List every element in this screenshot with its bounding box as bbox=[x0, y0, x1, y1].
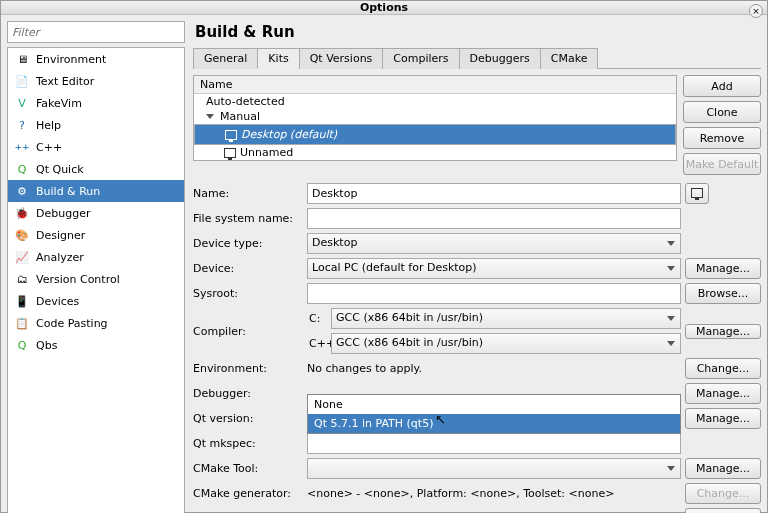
options-window: Options × 🖥Environment 📄Text Editor VFak… bbox=[0, 0, 768, 513]
cmaketool-label: CMake Tool: bbox=[193, 462, 303, 475]
qt-icon: Q bbox=[14, 161, 30, 177]
tree-kit-desktop[interactable]: Desktop (default) bbox=[194, 124, 676, 145]
tab-debuggers[interactable]: Debuggers bbox=[459, 48, 541, 69]
analyzer-icon: 📈 bbox=[14, 249, 30, 265]
cpp-icon: ++ bbox=[14, 139, 30, 155]
cmakegen-value: <none> - <none>, Platform: <none>, Tools… bbox=[307, 487, 681, 500]
vcs-icon: 🗂 bbox=[14, 271, 30, 287]
monitor-icon bbox=[224, 148, 236, 158]
name-icon-button[interactable] bbox=[685, 183, 709, 204]
kits-tree[interactable]: Name Auto-detected Manual Desktop (defau… bbox=[193, 75, 677, 161]
make-default-button[interactable]: Make Default bbox=[683, 153, 761, 175]
tree-kit-unnamed[interactable]: Unnamed bbox=[194, 145, 676, 160]
qtversion-option-selected[interactable]: Qt 5.7.1 in PATH (qt5) bbox=[308, 414, 680, 433]
main-panel: Build & Run General Kits Qt Versions Com… bbox=[193, 21, 761, 513]
compiler-label: Compiler: bbox=[193, 325, 303, 338]
help-icon: ? bbox=[14, 117, 30, 133]
device-label: Device: bbox=[193, 262, 303, 275]
tree-header: Name bbox=[194, 76, 676, 94]
tab-cmake[interactable]: CMake bbox=[540, 48, 599, 69]
sysroot-browse-button[interactable]: Browse... bbox=[685, 283, 761, 304]
tree-manual[interactable]: Manual bbox=[194, 109, 676, 124]
cat-help[interactable]: ?Help bbox=[8, 114, 184, 136]
gear-icon: ⚙ bbox=[14, 183, 30, 199]
bug-icon: 🐞 bbox=[14, 205, 30, 221]
tabbar: General Kits Qt Versions Compilers Debug… bbox=[193, 47, 761, 69]
kit-form: Name: File system name: Device type: Des… bbox=[193, 183, 761, 513]
name-input[interactable] bbox=[307, 183, 681, 204]
page-heading: Build & Run bbox=[193, 21, 761, 47]
cmakegen-label: CMake generator: bbox=[193, 487, 303, 500]
compiler-manage-button[interactable]: Manage... bbox=[685, 324, 761, 339]
name-label: Name: bbox=[193, 187, 303, 200]
sysroot-label: Sysroot: bbox=[193, 287, 303, 300]
cat-code-pasting[interactable]: 📋Code Pasting bbox=[8, 312, 184, 334]
cat-cpp[interactable]: ++C++ bbox=[8, 136, 184, 158]
cat-analyzer[interactable]: 📈Analyzer bbox=[8, 246, 184, 268]
compiler-c-label: C: bbox=[307, 312, 327, 325]
compiler-c-select[interactable]: GCC (x86 64bit in /usr/bin) bbox=[331, 308, 681, 329]
cat-text-editor[interactable]: 📄Text Editor bbox=[8, 70, 184, 92]
add-button[interactable]: Add bbox=[683, 75, 761, 97]
qtversion-label: Qt version: bbox=[193, 412, 303, 425]
paste-icon: 📋 bbox=[14, 315, 30, 331]
window-title: Options bbox=[360, 1, 408, 14]
env-label: Environment: bbox=[193, 362, 303, 375]
cat-qbs[interactable]: QQbs bbox=[8, 334, 184, 356]
cmaketool-manage-button[interactable]: Manage... bbox=[685, 458, 761, 479]
monitor-icon: 🖥 bbox=[14, 51, 30, 67]
vim-icon: V bbox=[14, 95, 30, 111]
tab-general[interactable]: General bbox=[193, 48, 258, 69]
debugger-manage-button[interactable]: Manage... bbox=[685, 383, 761, 404]
compiler-cxx-select[interactable]: GCC (x86 64bit in /usr/bin) bbox=[331, 333, 681, 354]
cat-qtquick[interactable]: QQt Quick bbox=[8, 158, 184, 180]
fsname-input[interactable] bbox=[307, 208, 681, 229]
tab-compilers[interactable]: Compilers bbox=[382, 48, 459, 69]
designer-icon: 🎨 bbox=[14, 227, 30, 243]
tab-kits[interactable]: Kits bbox=[257, 48, 299, 69]
category-list: 🖥Environment 📄Text Editor VFakeVim ?Help… bbox=[7, 47, 185, 513]
cmakegen-change-button[interactable]: Change... bbox=[685, 483, 761, 504]
fsname-label: File system name: bbox=[193, 212, 303, 225]
tab-qt-versions[interactable]: Qt Versions bbox=[299, 48, 384, 69]
filter-input[interactable] bbox=[7, 21, 185, 43]
cat-build-run[interactable]: ⚙Build & Run bbox=[8, 180, 184, 202]
cat-environment[interactable]: 🖥Environment bbox=[8, 48, 184, 70]
remove-button[interactable]: Remove bbox=[683, 127, 761, 149]
compiler-cxx-label: C++: bbox=[307, 337, 327, 350]
cmaketool-select[interactable] bbox=[307, 458, 681, 479]
cat-devices[interactable]: 📱Devices bbox=[8, 290, 184, 312]
expand-icon bbox=[206, 114, 214, 119]
qbs-icon: Q bbox=[14, 337, 30, 353]
devtype-select[interactable]: Desktop bbox=[307, 233, 681, 254]
qtversion-option-none[interactable]: None bbox=[308, 395, 680, 414]
debugger-label: Debugger: bbox=[193, 387, 303, 400]
monitor-icon bbox=[691, 188, 703, 198]
device-select[interactable]: Local PC (default for Desktop) bbox=[307, 258, 681, 279]
cat-debugger[interactable]: 🐞Debugger bbox=[8, 202, 184, 224]
titlebar: Options × bbox=[1, 1, 767, 15]
mkspec-input[interactable] bbox=[307, 433, 681, 454]
env-change-button[interactable]: Change... bbox=[685, 358, 761, 379]
devtype-label: Device type: bbox=[193, 237, 303, 250]
mkspec-label: Qt mkspec: bbox=[193, 437, 303, 450]
cat-version-control[interactable]: 🗂Version Control bbox=[8, 268, 184, 290]
device-manage-button[interactable]: Manage... bbox=[685, 258, 761, 279]
env-value: No changes to apply. bbox=[307, 362, 681, 375]
sidebar: 🖥Environment 📄Text Editor VFakeVim ?Help… bbox=[7, 21, 185, 513]
qtversion-manage-button[interactable]: Manage... bbox=[685, 408, 761, 429]
tree-auto-detected[interactable]: Auto-detected bbox=[194, 94, 676, 109]
cat-designer[interactable]: 🎨Designer bbox=[8, 224, 184, 246]
clone-button[interactable]: Clone bbox=[683, 101, 761, 123]
cat-fakevim[interactable]: VFakeVim bbox=[8, 92, 184, 114]
document-icon: 📄 bbox=[14, 73, 30, 89]
sysroot-input[interactable] bbox=[307, 283, 681, 304]
cmakeconf-change-button[interactable]: Change... bbox=[685, 508, 761, 513]
device-icon: 📱 bbox=[14, 293, 30, 309]
close-icon[interactable]: × bbox=[749, 4, 763, 18]
monitor-icon bbox=[225, 130, 237, 140]
